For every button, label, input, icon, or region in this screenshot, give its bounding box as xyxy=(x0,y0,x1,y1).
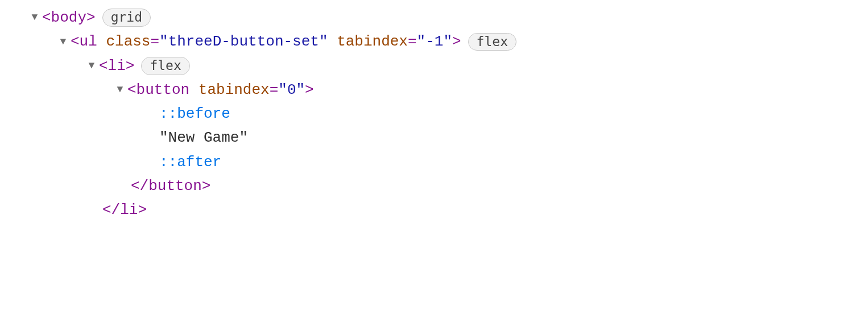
tag-name: = xyxy=(408,30,417,53)
tag-name: <button xyxy=(127,79,199,101)
layout-badge[interactable]: grid xyxy=(102,9,151,27)
attribute-name: tabindex xyxy=(199,79,270,101)
attribute-value: 0 xyxy=(287,79,296,101)
dom-tree-row[interactable]: ▼<body>grid xyxy=(0,6,868,30)
dom-tree-row[interactable]: ▼<ul class="threeD-button-set" tabindex=… xyxy=(0,30,868,53)
pseudo-element: ::after xyxy=(159,151,221,174)
tag-name xyxy=(328,30,337,53)
dom-tree-row[interactable]: ▼<li>flex xyxy=(0,54,868,78)
disclosure-triangle-icon[interactable]: ▼ xyxy=(59,34,71,50)
layout-badge[interactable]: flex xyxy=(141,57,189,75)
dom-tree: ▼<body>grid▼<ul class="threeD-button-set… xyxy=(0,6,868,222)
tag-name: <ul xyxy=(71,30,106,53)
layout-badge[interactable]: flex xyxy=(468,33,516,51)
dom-tree-row[interactable]: </li> xyxy=(0,198,868,222)
quote: " xyxy=(296,79,305,101)
tag-name: = xyxy=(270,79,279,101)
disclosure-triangle-icon[interactable]: ▼ xyxy=(116,82,127,98)
pseudo-element: ::before xyxy=(159,102,230,125)
text-node: "New Game" xyxy=(159,126,248,149)
tag-name: </button> xyxy=(131,175,210,197)
quote: " xyxy=(319,30,328,53)
tag-name: > xyxy=(305,79,314,101)
disclosure-triangle-icon[interactable]: ▼ xyxy=(88,58,99,74)
tag-name: <body> xyxy=(42,6,96,29)
disclosure-triangle-icon[interactable]: ▼ xyxy=(31,10,42,26)
tag-name: > xyxy=(452,30,461,53)
attribute-value: threeD-button-set xyxy=(168,30,319,53)
dom-tree-row[interactable]: ::after xyxy=(0,150,868,174)
attribute-value: -1 xyxy=(425,30,443,53)
attribute-name: class xyxy=(106,30,150,53)
tag-name: <li> xyxy=(99,55,134,77)
tag-name: = xyxy=(150,30,159,53)
quote: " xyxy=(278,79,287,101)
dom-tree-row[interactable]: ::before xyxy=(0,102,868,126)
dom-tree-row[interactable]: ▼<button tabindex="0"> xyxy=(0,78,868,102)
dom-tree-row[interactable]: </button> xyxy=(0,174,868,198)
tag-name: </li> xyxy=(102,199,147,221)
quote: " xyxy=(159,30,168,53)
quote: " xyxy=(417,30,426,53)
dom-tree-row[interactable]: "New Game" xyxy=(0,126,868,150)
attribute-name: tabindex xyxy=(337,30,408,53)
quote: " xyxy=(443,30,452,53)
